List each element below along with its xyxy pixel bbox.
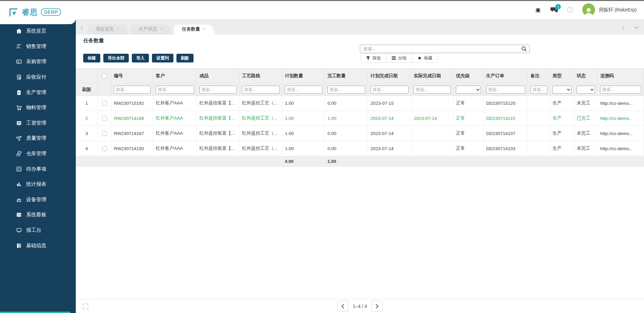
totals-row: 4.00 1.00 [76, 156, 644, 167]
filter-order-input[interactable] [486, 86, 525, 94]
filter-actual-date-input[interactable] [414, 86, 451, 94]
filter-product-input[interactable] [199, 86, 237, 94]
filter-priority-select[interactable] [456, 86, 481, 94]
row-checkbox[interactable] [102, 116, 107, 121]
kanban-icon [16, 212, 22, 218]
view-controls: 筛选 分组 收藏 [361, 53, 438, 63]
bug-icon[interactable] [534, 6, 542, 14]
close-icon[interactable]: × [160, 27, 163, 32]
col-trace[interactable]: 追溯码 [597, 69, 644, 84]
sales-chart-icon [16, 44, 22, 49]
table-row[interactable]: 1 RW230715192 红外客户AAA 红外遥控装置【... 红外遥控工艺（… [76, 96, 644, 111]
filter-id-input[interactable] [114, 86, 151, 94]
col-type[interactable]: 类型 [550, 69, 574, 84]
col-customer[interactable]: 客户 [153, 69, 197, 84]
filter-button[interactable]: 筛选 [361, 53, 386, 63]
close-icon[interactable]: × [117, 27, 119, 32]
col-status[interactable]: 状态 [574, 69, 597, 84]
col-remark[interactable]: 备注 [528, 69, 550, 84]
salary-icon [16, 120, 22, 126]
quality-icon [16, 135, 22, 141]
set-columns-button[interactable]: 设置列 [152, 54, 173, 62]
clock-icon[interactable] [566, 6, 574, 14]
sidebar-item-equipment[interactable]: 设备管理 [0, 192, 76, 208]
search-input[interactable] [360, 45, 530, 53]
col-actual-date[interactable]: 实际完成日期 [411, 69, 453, 84]
filter-customer-input[interactable] [156, 86, 194, 94]
sidebar-item-kanban[interactable]: 系统看板 [0, 207, 76, 223]
col-route[interactable]: 工艺路线 [239, 69, 282, 84]
table-row[interactable]: 3 RW230714167 红外客户AAA 红外遥控装置【... 红外遥控工艺（… [76, 126, 644, 141]
filter-plan-qty-input[interactable] [285, 86, 322, 94]
sidebar-item-material[interactable]: 物料管理 [0, 100, 76, 116]
close-icon[interactable]: × [203, 27, 206, 32]
content-area: ‹ 系统首页 × 生产状况 × 任务数量 × › 任务数量 [76, 19, 644, 313]
export-all-button[interactable]: 导出全部 [103, 54, 129, 62]
sidebar-item-warehouse[interactable]: 仓库管理 [0, 146, 76, 162]
sidebar-item-workstation[interactable]: 报工台 [0, 223, 76, 238]
filter-row: 刷新 [76, 84, 644, 96]
tabs-scroll-right-icon[interactable]: › [622, 24, 624, 31]
refresh-button[interactable]: 刷新 [176, 54, 194, 62]
sidebar-item-reports[interactable]: 统计报表 [0, 177, 76, 192]
table-row[interactable]: 4 RW230714150 红外客户AAA 红外遥控装置【... 红外遥控工艺（… [76, 141, 644, 156]
col-plan-date[interactable]: 计划完成日期 [368, 69, 411, 84]
next-page-button[interactable] [371, 301, 383, 312]
message-count-badge: 1 [555, 4, 561, 9]
group-icon [392, 56, 396, 60]
col-product[interactable]: 成品 [197, 69, 239, 84]
sidebar-item-quality[interactable]: 质量管理 [0, 131, 76, 146]
fullscreen-icon[interactable] [82, 303, 89, 310]
favorites-button[interactable]: 收藏 [412, 53, 438, 63]
filter-status-select[interactable] [577, 86, 595, 94]
sidebar-item-sales[interactable]: 销售管理 [0, 39, 76, 54]
report-chart-icon [16, 181, 22, 187]
tabs-scroll-left-icon[interactable]: ‹ [80, 25, 83, 32]
topbar: 1 房振轩 (RokeErp) [0, 0, 644, 19]
filter-remark-input[interactable] [530, 86, 547, 94]
col-priority[interactable]: 优先级 [453, 69, 483, 84]
tab-production-status[interactable]: 生产状况 × [131, 24, 172, 35]
search-icon[interactable] [521, 46, 527, 52]
workstation-icon [16, 227, 22, 233]
row-checkbox[interactable] [102, 101, 107, 106]
sidebar-item-receivable[interactable]: 应收应付 [0, 70, 76, 85]
user-menu[interactable]: 房振轩 (RokeErp) [582, 3, 637, 16]
global-search [360, 45, 530, 53]
row-checkbox[interactable] [102, 146, 107, 151]
sidebar-item-basic-info[interactable]: 基础信息 [0, 238, 76, 253]
chevron-left-icon [341, 304, 344, 309]
home-icon [16, 28, 22, 34]
col-id[interactable]: 编号 [111, 69, 153, 84]
sidebar-item-todo[interactable]: 待办事项 [0, 161, 76, 177]
tab-strip: ‹ 系统首页 × 生产状况 × 任务数量 × › [76, 19, 644, 35]
create-button[interactable]: 创建 [83, 54, 100, 62]
filter-trace-input[interactable] [600, 86, 642, 94]
warehouse-icon [16, 151, 22, 156]
sidebar-item-production[interactable]: 生产管理 [0, 85, 76, 100]
import-button[interactable]: 导入 [132, 54, 149, 62]
sidebar-item-purchase[interactable]: 采购管理 [0, 54, 76, 70]
filter-route-input[interactable] [242, 86, 280, 94]
col-order[interactable]: 生产订单 [483, 69, 528, 84]
row-checkbox[interactable] [102, 131, 107, 136]
sidebar-item-home[interactable]: 系统首页 [0, 24, 76, 39]
messages-icon[interactable]: 1 [550, 6, 558, 14]
group-button[interactable]: 分组 [386, 53, 412, 63]
prev-page-button[interactable] [337, 301, 348, 312]
refresh-link[interactable]: 刷新 [82, 87, 91, 92]
filter-done-qty-input[interactable] [327, 86, 365, 94]
user-name: 房振轩 (RokeErp) [598, 7, 637, 13]
col-plan-qty[interactable]: 计划数量 [282, 69, 325, 84]
select-all-checkbox[interactable] [102, 74, 107, 79]
sidebar-bottom-accent [0, 312, 70, 313]
tab-task-quantity[interactable]: 任务数量 × [174, 24, 215, 35]
sidebar-item-salary[interactable]: 工资管理 [0, 116, 76, 131]
tab-system-home[interactable]: 系统首页 × [88, 24, 129, 35]
filter-type-select[interactable] [552, 86, 572, 94]
col-done-qty[interactable]: 完工数量 [325, 69, 368, 84]
filter-plan-date-input[interactable] [370, 86, 409, 94]
tabs-dropdown-icon[interactable] [634, 26, 639, 29]
table-row[interactable]: 2 RW230714186 红外客户AAA 红外遥控装置【... 红外遥控工艺（… [76, 111, 644, 126]
header-row: 编号 客户 成品 工艺路线 计划数量 完工数量 计划完成日期 实际完成日期 优先… [76, 69, 644, 84]
